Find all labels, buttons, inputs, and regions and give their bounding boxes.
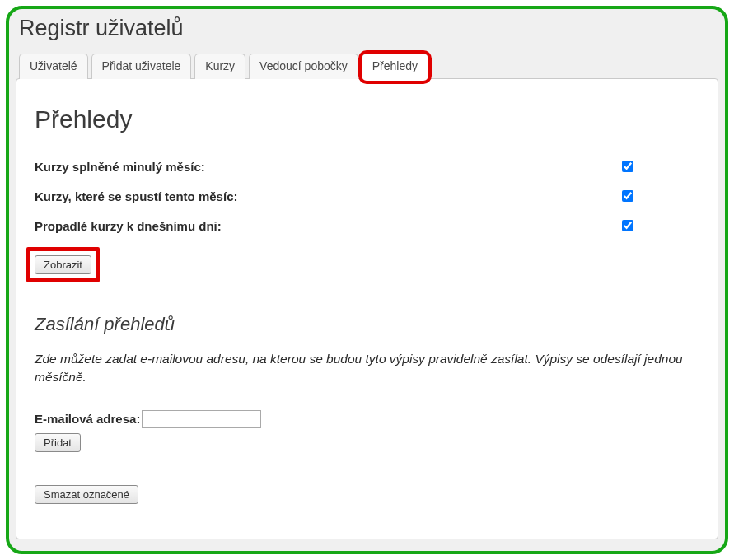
option-row-starting-this-month: Kurzy, které se spustí tento měsíc:: [35, 184, 669, 208]
tab-bar: Uživatelé Přidat uživatele Kurzy Vedoucí…: [14, 53, 720, 78]
add-button[interactable]: Přidat: [35, 433, 81, 452]
app-frame: Registr uživatelů Uživatelé Přidat uživa…: [6, 6, 728, 554]
email-row: E-mailová adresa:: [35, 410, 699, 428]
option-checkbox-completed-last-month[interactable]: [622, 161, 633, 172]
option-label: Kurzy splněné minulý měsíc:: [35, 160, 205, 174]
option-label: Propadlé kurzy k dnešnímu dni:: [35, 219, 222, 233]
tab-vedouci-pobocky[interactable]: Vedoucí pobočky: [249, 54, 358, 79]
page-title: Registr uživatelů: [14, 11, 720, 53]
email-label: E-mailová adresa:: [35, 412, 140, 426]
option-label: Kurzy, které se spustí tento měsíc:: [35, 189, 237, 203]
tab-prehledy[interactable]: Přehledy: [362, 54, 428, 79]
email-input[interactable]: [142, 410, 261, 428]
option-row-expired-today: Propadlé kurzy k dnešnímu dni:: [35, 214, 669, 237]
delete-selected-button[interactable]: Smazat označené: [35, 485, 138, 504]
option-row-completed-last-month: Kurzy splněné minulý měsíc:: [35, 155, 669, 178]
option-checkbox-expired-today[interactable]: [622, 220, 633, 231]
option-checkbox-starting-this-month[interactable]: [622, 190, 633, 202]
mailing-description: Zde můžete zadat e-mailovou adresu, na k…: [35, 350, 694, 387]
tab-pridat-uzivatele[interactable]: Přidat uživatele: [91, 54, 192, 79]
section-title: Přehledy: [35, 105, 699, 133]
show-button[interactable]: Zobrazit: [35, 255, 91, 274]
content-panel: Přehledy Kurzy splněné minulý měsíc: Kur…: [16, 78, 718, 539]
tab-uzivatele[interactable]: Uživatelé: [19, 54, 88, 79]
mailing-title: Zasílání přehledů: [35, 314, 699, 335]
tab-kurzy[interactable]: Kurzy: [194, 54, 245, 79]
